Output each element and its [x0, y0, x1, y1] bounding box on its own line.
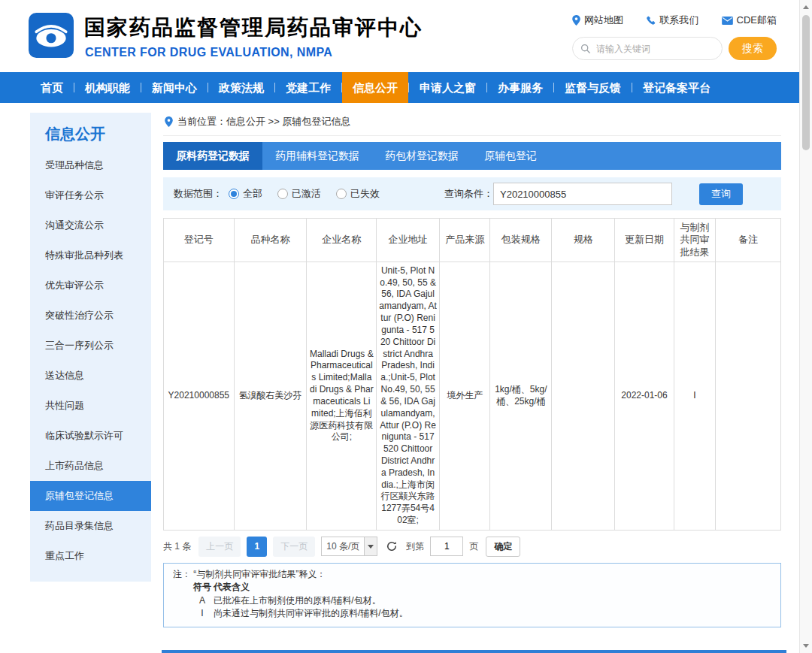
sitemap-label: 网站地图 [584, 14, 623, 27]
query-input[interactable] [493, 183, 672, 205]
cell-remark [715, 262, 780, 530]
scroll-down-arrow-icon[interactable] [800, 639, 812, 652]
nav-item-supervision-feedback[interactable]: 监督与反馈 [554, 72, 632, 103]
nav-item-applicant-window[interactable]: 申请人之窗 [409, 72, 486, 103]
sidebar-item-marketed-drugs[interactable]: 上市药品信息 [30, 451, 151, 481]
radio-expired[interactable]: 已失效 [336, 187, 380, 201]
col-header-spec: 规格 [552, 219, 615, 262]
data-range-label: 数据范围： [174, 187, 223, 201]
contact-link[interactable]: 联系我们 [646, 14, 698, 27]
cde-mail-link[interactable]: CDE邮箱 [722, 14, 777, 27]
sidebar-item-communication[interactable]: 沟通交流公示 [30, 210, 151, 240]
header-right: 网站地图 联系我们 CDE邮箱 搜索 [572, 14, 777, 60]
search-icon [580, 44, 590, 53]
cell-spec [552, 262, 615, 530]
query-button[interactable]: 查询 [699, 183, 743, 205]
nav-item-policy[interactable]: 政策法规 [208, 72, 274, 103]
scrollbar-thumb[interactable] [802, 15, 810, 150]
page: 国家药品监督管理局药品审评中心 CENTER FOR DRUG EVALUATI… [0, 0, 799, 653]
page-scrollbar[interactable] [799, 0, 812, 653]
scroll-up-arrow-icon[interactable] [800, 1, 812, 14]
note-row-i: I 尚未通过与制剂共同审评审批的原料/辅料/包材。 [191, 607, 771, 620]
sitemap-link[interactable]: 网站地图 [572, 14, 623, 27]
radio-activated-label: 已激活 [292, 187, 321, 201]
col-header-address: 企业地址 [377, 219, 440, 262]
current-page-button[interactable]: 1 [247, 537, 267, 557]
page-size-select[interactable]: 10 条/页 [321, 537, 377, 556]
search-button[interactable]: 搜索 [729, 37, 777, 60]
goto-page-prefix: 到第 [406, 540, 424, 553]
refresh-icon [386, 541, 397, 552]
sidebar-item-three-in-one[interactable]: 三合一序列公示 [30, 331, 151, 361]
col-header-company: 企业名称 [307, 219, 377, 262]
page-size-value: 10 条/页 [322, 540, 364, 553]
phone-icon [646, 16, 656, 26]
sidebar-item-raw-aux-pack-registration[interactable]: 原辅包登记信息 [30, 481, 151, 511]
sidebar-item-review-tasks[interactable]: 审评任务公示 [30, 180, 151, 210]
cell-source: 境外生产 [439, 262, 489, 530]
tab-packaging-registration-data[interactable]: 药包材登记数据 [372, 142, 471, 170]
tab-excipient-registration-data[interactable]: 药用辅料登记数据 [262, 142, 372, 170]
note-header-row: 符号 代表含义 [191, 581, 771, 594]
radio-activated-icon[interactable] [277, 189, 288, 199]
note-title: 注： “与制剂共同审评审批结果”释义： [173, 568, 771, 581]
pagination: 共 1 条 上一页 1 下一页 10 条/页 到第 页 确定 [163, 537, 781, 557]
nav-item-org-functions[interactable]: 机构职能 [74, 72, 141, 103]
col-header-joint-review-result: 与制剂共同审批结果 [674, 219, 715, 262]
breadcrumb-text: 当前位置：信息公开 >> 原辅包登记信息 [177, 115, 350, 128]
radio-expired-icon[interactable] [336, 189, 347, 199]
note-row-a: A 已批准在上市制剂使用的原料/辅料/包材。 [191, 594, 771, 607]
sidebar-item-special-approval-list[interactable]: 特殊审批品种列表 [30, 240, 151, 271]
col-header-update-date: 更新日期 [615, 219, 674, 262]
sidebar-item-common-issues[interactable]: 共性问题 [30, 391, 151, 421]
sidebar-item-breakthrough-therapy[interactable]: 突破性治疗公示 [30, 301, 151, 331]
sidebar-item-priority-review[interactable]: 优先审评公示 [30, 271, 151, 301]
breadcrumb: 当前位置：信息公开 >> 原辅包登记信息 [163, 113, 781, 136]
note-symbol-a: A [191, 594, 214, 607]
tab-bar: 原料药登记数据 药用辅料登记数据 药包材登记数据 原辅包登记 [163, 142, 781, 170]
sidebar-item-delivery-info[interactable]: 送达信息 [30, 361, 151, 391]
tab-api-registration-data[interactable]: 原料药登记数据 [163, 142, 262, 170]
prev-page-button[interactable]: 上一页 [198, 537, 241, 557]
note-meaning-header: 代表含义 [214, 581, 250, 594]
sidebar-item-clinical-trial-license[interactable]: 临床试验默示许可 [30, 421, 151, 451]
total-count: 共 1 条 [163, 540, 191, 553]
registration-table: 登记号 品种名称 企业名称 企业地址 产品来源 包装规格 规格 更新日期 与制剂… [163, 218, 781, 531]
cell-reg-no: Y20210000855 [164, 262, 235, 530]
cell-joint-review-result: I [674, 262, 715, 530]
nav-item-news[interactable]: 新闻中心 [141, 72, 208, 103]
confirm-button[interactable]: 确定 [486, 537, 520, 557]
search-input[interactable] [595, 43, 714, 55]
sidebar-item-accepted-products[interactable]: 受理品种信息 [30, 150, 151, 180]
nav-item-registration-platform[interactable]: 登记备案平台 [632, 72, 721, 103]
col-header-source: 产品来源 [439, 219, 489, 262]
legend-note: 注： “与制剂共同审评审批结果”释义： 符号 代表含义 A 已批准在上市制剂使用… [163, 563, 781, 627]
cell-address: Unit-5, Plot No.49, 50, 55 & 56, IDA Gaj… [377, 262, 440, 530]
nav-item-home[interactable]: 首页 [30, 72, 74, 103]
next-page-button[interactable]: 下一页 [273, 537, 315, 557]
nav-item-party-building[interactable]: 党建工作 [275, 72, 341, 103]
data-range-radio-group: 全部 已激活 已失效 [229, 187, 380, 201]
sidebar-item-key-work[interactable]: 重点工作 [30, 541, 151, 571]
sidebar: 信息公开 受理品种信息 审评任务公示 沟通交流公示 特殊审批品种列表 优先审评公… [30, 113, 151, 582]
tab-raw-aux-pack-registration[interactable]: 原辅包登记 [471, 142, 550, 170]
nav-item-services[interactable]: 办事服务 [487, 72, 553, 103]
table-header-row: 登记号 品种名称 企业名称 企业地址 产品来源 包装规格 规格 更新日期 与制剂… [164, 219, 781, 262]
radio-activated[interactable]: 已激活 [277, 187, 321, 201]
chevron-down-icon[interactable] [364, 537, 377, 555]
search-box [572, 37, 723, 60]
cell-company: Malladi Drugs & Pharmaceuticals Limited;… [307, 262, 377, 530]
refresh-button[interactable] [386, 541, 397, 552]
site-title: 国家药品监督管理局药品审评中心 [84, 14, 423, 42]
note-symbol-header: 符号 [191, 581, 214, 594]
radio-all[interactable]: 全部 [229, 187, 262, 201]
note-text-a: 已批准在上市制剂使用的原料/辅料/包材。 [214, 594, 381, 607]
radio-all-icon[interactable] [229, 189, 239, 199]
sidebar-title: 信息公开 [30, 113, 151, 150]
cde-logo-icon [29, 13, 74, 58]
nav-item-info-disclosure[interactable]: 信息公开 [342, 72, 408, 103]
cell-product-name: 氢溴酸右美沙芬 [234, 262, 307, 530]
goto-page-input[interactable] [430, 537, 463, 556]
sidebar-item-drug-catalog[interactable]: 药品目录集信息 [30, 511, 151, 541]
search-row: 搜索 [572, 37, 777, 60]
